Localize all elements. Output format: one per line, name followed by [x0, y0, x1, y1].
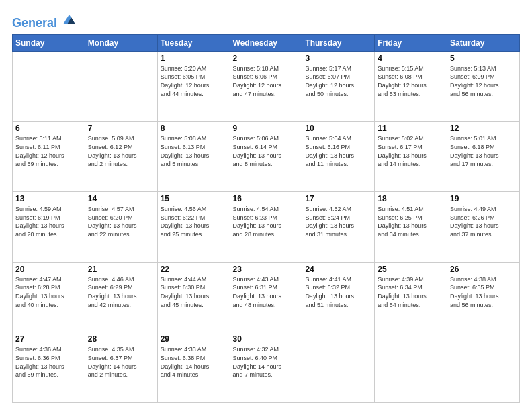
day-info: Sunrise: 5:13 AMSunset: 6:09 PMDaylight:… [450, 64, 517, 98]
weekday-header-friday: Friday [375, 34, 447, 51]
calendar-cell: 20Sunrise: 4:47 AMSunset: 6:28 PMDayligh… [13, 262, 85, 332]
day-number: 25 [378, 265, 444, 274]
weekday-header-row: SundayMondayTuesdayWednesdayThursdayFrid… [13, 34, 520, 51]
calendar-cell: 22Sunrise: 4:44 AMSunset: 6:30 PMDayligh… [157, 262, 230, 332]
logo-general: General [12, 16, 57, 30]
calendar-cell: 18Sunrise: 4:51 AMSunset: 6:25 PMDayligh… [375, 192, 447, 263]
day-info: Sunrise: 4:49 AMSunset: 6:26 PMDaylight:… [450, 205, 517, 238]
day-info: Sunrise: 4:35 AMSunset: 6:37 PMDaylight:… [88, 345, 154, 379]
day-number: 22 [161, 265, 227, 274]
day-info: Sunrise: 4:32 AMSunset: 6:40 PMDaylight:… [233, 345, 300, 379]
day-info: Sunrise: 5:09 AMSunset: 6:12 PMDaylight:… [88, 134, 154, 168]
calendar-cell: 28Sunrise: 4:35 AMSunset: 6:37 PMDayligh… [85, 332, 157, 403]
calendar-cell: 23Sunrise: 4:43 AMSunset: 6:31 PMDayligh… [230, 262, 302, 332]
logo: General [12, 12, 77, 28]
calendar-cell: 25Sunrise: 4:39 AMSunset: 6:34 PMDayligh… [375, 262, 447, 332]
calendar-table: SundayMondayTuesdayWednesdayThursdayFrid… [12, 34, 520, 403]
page: General SundayMondayTuesdayWednesdayThur… [0, 0, 532, 411]
calendar-cell: 7Sunrise: 5:09 AMSunset: 6:12 PMDaylight… [85, 122, 157, 192]
day-info: Sunrise: 5:17 AMSunset: 6:07 PMDaylight:… [305, 64, 371, 98]
day-number: 26 [450, 265, 517, 274]
weekday-header-monday: Monday [85, 34, 157, 51]
day-info: Sunrise: 4:41 AMSunset: 6:32 PMDaylight:… [305, 275, 371, 309]
calendar-cell: 6Sunrise: 5:11 AMSunset: 6:11 PMDaylight… [13, 122, 85, 192]
calendar-cell: 5Sunrise: 5:13 AMSunset: 6:09 PMDaylight… [447, 51, 520, 122]
calendar-cell: 11Sunrise: 5:02 AMSunset: 6:17 PMDayligh… [375, 122, 447, 192]
weekday-header-wednesday: Wednesday [230, 34, 302, 51]
day-info: Sunrise: 4:36 AMSunset: 6:36 PMDaylight:… [15, 345, 82, 379]
day-number: 28 [88, 334, 154, 344]
day-info: Sunrise: 5:11 AMSunset: 6:11 PMDaylight:… [15, 134, 82, 168]
calendar-cell: 29Sunrise: 4:33 AMSunset: 6:38 PMDayligh… [157, 332, 230, 403]
calendar-cell: 2Sunrise: 5:18 AMSunset: 6:06 PMDaylight… [230, 51, 302, 122]
day-number: 5 [450, 54, 517, 63]
day-info: Sunrise: 4:57 AMSunset: 6:20 PMDaylight:… [88, 205, 154, 238]
calendar-cell: 14Sunrise: 4:57 AMSunset: 6:20 PMDayligh… [85, 192, 157, 263]
calendar-cell: 16Sunrise: 4:54 AMSunset: 6:23 PMDayligh… [230, 192, 302, 263]
calendar-cell: 27Sunrise: 4:36 AMSunset: 6:36 PMDayligh… [13, 332, 85, 403]
calendar-cell: 9Sunrise: 5:06 AMSunset: 6:14 PMDaylight… [230, 122, 302, 192]
day-number: 4 [378, 54, 444, 63]
day-number: 29 [161, 334, 227, 344]
calendar-cell: 26Sunrise: 4:38 AMSunset: 6:35 PMDayligh… [447, 262, 520, 332]
logo-text: General [12, 12, 77, 30]
day-number: 13 [15, 194, 82, 203]
calendar-week-row: 1Sunrise: 5:20 AMSunset: 6:05 PMDaylight… [13, 51, 520, 122]
calendar-cell: 1Sunrise: 5:20 AMSunset: 6:05 PMDaylight… [157, 51, 230, 122]
day-number: 2 [233, 54, 300, 63]
day-number: 12 [450, 124, 517, 133]
day-number: 6 [15, 124, 82, 133]
weekday-header-thursday: Thursday [302, 34, 375, 51]
calendar-cell: 12Sunrise: 5:01 AMSunset: 6:18 PMDayligh… [447, 122, 520, 192]
day-info: Sunrise: 4:47 AMSunset: 6:28 PMDaylight:… [15, 275, 82, 309]
calendar-cell: 3Sunrise: 5:17 AMSunset: 6:07 PMDaylight… [302, 51, 375, 122]
calendar-cell: 8Sunrise: 5:08 AMSunset: 6:13 PMDaylight… [157, 122, 230, 192]
day-number: 23 [233, 265, 300, 274]
day-info: Sunrise: 4:51 AMSunset: 6:25 PMDaylight:… [378, 205, 444, 238]
day-number: 8 [161, 124, 227, 133]
calendar-cell: 4Sunrise: 5:15 AMSunset: 6:08 PMDaylight… [375, 51, 447, 122]
day-info: Sunrise: 4:59 AMSunset: 6:19 PMDaylight:… [15, 205, 82, 238]
day-number: 3 [305, 54, 371, 63]
calendar-cell: 24Sunrise: 4:41 AMSunset: 6:32 PMDayligh… [302, 262, 375, 332]
calendar-cell: 30Sunrise: 4:32 AMSunset: 6:40 PMDayligh… [230, 332, 302, 403]
calendar-week-row: 6Sunrise: 5:11 AMSunset: 6:11 PMDaylight… [13, 122, 520, 192]
calendar-cell: 17Sunrise: 4:52 AMSunset: 6:24 PMDayligh… [302, 192, 375, 263]
day-info: Sunrise: 5:01 AMSunset: 6:18 PMDaylight:… [450, 134, 517, 168]
calendar-cell [302, 332, 375, 403]
day-info: Sunrise: 4:38 AMSunset: 6:35 PMDaylight:… [450, 275, 517, 309]
day-number: 20 [15, 265, 82, 274]
day-number: 1 [161, 54, 227, 63]
day-number: 30 [233, 334, 300, 344]
day-number: 16 [233, 194, 300, 203]
day-number: 7 [88, 124, 154, 133]
day-info: Sunrise: 5:18 AMSunset: 6:06 PMDaylight:… [233, 64, 300, 98]
day-info: Sunrise: 4:43 AMSunset: 6:31 PMDaylight:… [233, 275, 300, 309]
day-number: 14 [88, 194, 154, 203]
day-info: Sunrise: 5:20 AMSunset: 6:05 PMDaylight:… [161, 64, 227, 98]
calendar-cell [85, 51, 157, 122]
day-number: 15 [161, 194, 227, 203]
day-info: Sunrise: 4:54 AMSunset: 6:23 PMDaylight:… [233, 205, 300, 238]
day-info: Sunrise: 5:06 AMSunset: 6:14 PMDaylight:… [233, 134, 300, 168]
day-number: 10 [305, 124, 371, 133]
day-info: Sunrise: 4:39 AMSunset: 6:34 PMDaylight:… [378, 275, 444, 309]
weekday-header-saturday: Saturday [447, 34, 520, 51]
calendar-week-row: 20Sunrise: 4:47 AMSunset: 6:28 PMDayligh… [13, 262, 520, 332]
day-info: Sunrise: 4:46 AMSunset: 6:29 PMDaylight:… [88, 275, 154, 309]
day-number: 9 [233, 124, 300, 133]
header: General [12, 12, 520, 28]
day-number: 21 [88, 265, 154, 274]
calendar-cell: 21Sunrise: 4:46 AMSunset: 6:29 PMDayligh… [85, 262, 157, 332]
day-number: 24 [305, 265, 371, 274]
calendar-cell [13, 51, 85, 122]
logo-icon [62, 12, 77, 27]
day-info: Sunrise: 5:04 AMSunset: 6:16 PMDaylight:… [305, 134, 371, 168]
day-info: Sunrise: 4:56 AMSunset: 6:22 PMDaylight:… [161, 205, 227, 238]
day-info: Sunrise: 4:33 AMSunset: 6:38 PMDaylight:… [161, 345, 227, 379]
calendar-cell: 13Sunrise: 4:59 AMSunset: 6:19 PMDayligh… [13, 192, 85, 263]
day-number: 11 [378, 124, 444, 133]
day-number: 17 [305, 194, 371, 203]
day-info: Sunrise: 4:44 AMSunset: 6:30 PMDaylight:… [161, 275, 227, 309]
calendar-cell [447, 332, 520, 403]
